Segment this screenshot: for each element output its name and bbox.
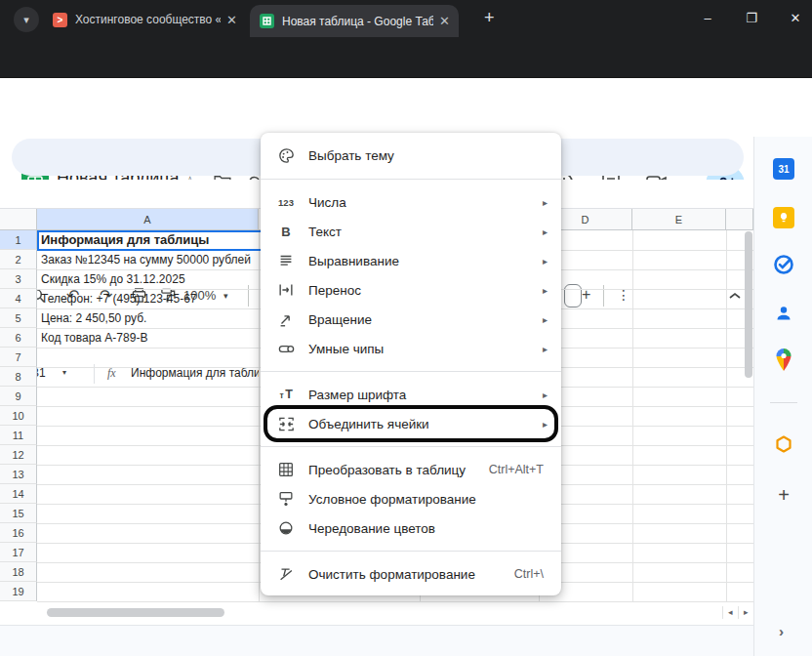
side-panel-calendar-icon[interactable]: 31 bbox=[765, 150, 802, 187]
menu-divider bbox=[261, 551, 561, 552]
side-panel-addon-icon[interactable] bbox=[765, 426, 802, 463]
row-header-2[interactable]: 2 bbox=[0, 250, 37, 269]
menu-item-label: Выбрать тему bbox=[308, 148, 548, 163]
grid-corner[interactable] bbox=[0, 209, 37, 230]
selection-border bbox=[37, 230, 261, 251]
row-header-19[interactable]: 19 bbox=[0, 582, 37, 601]
menu-item-label: Перенос bbox=[308, 283, 543, 298]
menu-item-merge-cells[interactable]: Объединить ячейки▸ bbox=[261, 409, 561, 438]
menu-item-smart-chip[interactable]: Умные чипы▸ bbox=[261, 334, 561, 363]
column-header-partial[interactable] bbox=[726, 209, 753, 230]
cell-A4[interactable]: Телефон: +7 (495) 123-45-67 bbox=[41, 289, 257, 308]
row-header-9[interactable]: 9 bbox=[0, 387, 37, 406]
menu-item-conditional-formatting[interactable]: Условное форматирование bbox=[261, 484, 561, 513]
timeweb-favicon: > bbox=[53, 13, 67, 27]
side-panel-keep-icon[interactable] bbox=[765, 199, 802, 236]
menu-item-label: Объединить ячейки bbox=[308, 417, 543, 431]
menu-divider bbox=[261, 446, 561, 447]
menu-item-label: Умные чипы bbox=[308, 342, 543, 356]
side-panel: 31+ bbox=[753, 137, 812, 656]
row-header-12[interactable]: 12 bbox=[0, 445, 37, 465]
side-panel-contacts-icon[interactable] bbox=[765, 295, 802, 332]
expand-panel-icon[interactable]: › bbox=[779, 623, 784, 639]
cell-A3[interactable]: Скидка 15% до 31.12.2025 bbox=[41, 269, 257, 289]
format-menu: Выбрать тему123Числа▸BТекст▸Выравнивание… bbox=[261, 133, 561, 595]
row-header-5[interactable]: 5 bbox=[0, 308, 37, 328]
row-header-14[interactable]: 14 bbox=[0, 484, 37, 504]
gridline bbox=[259, 230, 260, 602]
smart-chip-icon bbox=[276, 339, 296, 358]
collapse-toolbar-icon[interactable] bbox=[728, 288, 742, 306]
menu-item-alternating-colors[interactable]: Чередование цветов bbox=[261, 513, 561, 543]
row-header-7[interactable]: 7 bbox=[0, 348, 37, 367]
menu-item-font-size[interactable]: тTРазмер шрифта▸ bbox=[261, 380, 561, 409]
menu-item-palette[interactable]: Выбрать тему bbox=[261, 140, 561, 171]
menu-item-text-wrap[interactable]: Перенос▸ bbox=[261, 275, 561, 305]
row-header-13[interactable]: 13 bbox=[0, 465, 37, 484]
sheet-bar: + ≡ Лист1 ▾ bbox=[0, 625, 753, 656]
minimize-button[interactable]: – bbox=[693, 4, 722, 31]
text-rotation-icon bbox=[276, 309, 296, 329]
row-header-16[interactable]: 16 bbox=[0, 523, 37, 543]
maximize-button[interactable]: ❐ bbox=[737, 4, 766, 31]
row-header-18[interactable]: 18 bbox=[0, 562, 37, 582]
close-tab-icon[interactable]: ✕ bbox=[226, 13, 237, 27]
row-header-17[interactable]: 17 bbox=[0, 543, 37, 562]
row-header-11[interactable]: 11 bbox=[0, 426, 37, 445]
row-header-15[interactable]: 15 bbox=[0, 504, 37, 523]
side-panel-tasks-icon[interactable] bbox=[765, 246, 802, 283]
add-toolbar-icon[interactable]: + bbox=[582, 285, 590, 305]
submenu-arrow-icon: ▸ bbox=[543, 226, 548, 237]
merge-cells-icon bbox=[276, 414, 296, 433]
side-panel-add-icon[interactable]: + bbox=[765, 476, 802, 513]
svg-text:т: т bbox=[279, 390, 283, 400]
menu-divider bbox=[261, 179, 561, 180]
number-format-icon: 123 bbox=[276, 192, 296, 212]
row-header-10[interactable]: 10 bbox=[0, 406, 37, 426]
browser-tab-inactive[interactable]: > Хостинговое сообщество «Tim ✕ bbox=[43, 6, 246, 33]
horizontal-scrollbar[interactable]: ◂ ▸ bbox=[37, 605, 753, 620]
svg-text:123: 123 bbox=[278, 197, 294, 208]
menu-item-clear-formatting[interactable]: Очистить форматированиеCtrl+\ bbox=[261, 559, 561, 589]
palette-icon bbox=[276, 145, 296, 165]
menu-item-bold[interactable]: BТекст▸ bbox=[261, 217, 561, 246]
new-tab-button[interactable]: + bbox=[484, 9, 495, 26]
add-icon: + bbox=[778, 484, 790, 507]
row-header-1[interactable]: 1 bbox=[0, 230, 37, 250]
menu-item-text-rotation[interactable]: Вращение▸ bbox=[261, 305, 561, 334]
cell-A6[interactable]: Код товара A-789-B bbox=[41, 328, 257, 348]
close-window-button[interactable]: ✕ bbox=[781, 4, 810, 31]
close-tab-icon[interactable]: ✕ bbox=[439, 14, 450, 28]
row-header-8[interactable]: 8 bbox=[0, 367, 37, 387]
menu-item-number-format[interactable]: 123Числа▸ bbox=[261, 187, 561, 217]
clear-formatting-icon bbox=[276, 564, 296, 584]
chevron-down-icon[interactable]: ▾ bbox=[62, 368, 66, 377]
cell-A2[interactable]: Заказ №12345 на сумму 50000 рублей bbox=[41, 250, 257, 269]
column-header-A[interactable]: A bbox=[37, 209, 259, 230]
vertical-scrollbar[interactable] bbox=[745, 231, 752, 378]
row-header-3[interactable]: 3 bbox=[0, 269, 37, 289]
menu-item-label: Преобразовать в таблицу bbox=[308, 463, 489, 477]
scrollbar-thumb[interactable] bbox=[47, 608, 224, 617]
cell-A5[interactable]: Цена: 2 450,50 руб. bbox=[41, 308, 257, 328]
tab-search-icon[interactable]: ▾ bbox=[14, 7, 39, 32]
submenu-arrow-icon: ▸ bbox=[543, 344, 548, 354]
menu-item-label: Чередование цветов bbox=[308, 521, 548, 536]
row-header-6[interactable]: 6 bbox=[0, 328, 37, 348]
scroll-right-icon[interactable]: ▸ bbox=[744, 607, 749, 617]
scroll-left-icon[interactable]: ◂ bbox=[728, 607, 733, 617]
menu-item-align[interactable]: Выравнивание▸ bbox=[261, 246, 561, 275]
row-header-4[interactable]: 4 bbox=[0, 289, 37, 308]
fx-icon: fx bbox=[107, 366, 116, 381]
gridline bbox=[632, 230, 633, 602]
column-header-E[interactable]: E bbox=[632, 209, 726, 230]
formula-input[interactable]: Информация для таблицы bbox=[131, 366, 259, 380]
toolbar-partial-control[interactable] bbox=[564, 284, 582, 308]
browser-tab-active[interactable]: Новая таблица - Google Табли ✕ bbox=[250, 5, 459, 37]
menu-item-label: Числа bbox=[308, 195, 543, 210]
side-panel-maps-icon[interactable] bbox=[765, 342, 802, 379]
menu-item-convert-to-table[interactable]: Преобразовать в таблицуCtrl+Alt+T bbox=[261, 455, 561, 484]
align-icon bbox=[276, 251, 296, 270]
browser-tab-strip: ▾ > Хостинговое сообщество «Tim ✕ Новая … bbox=[0, 0, 812, 37]
menu-item-label: Текст bbox=[308, 225, 543, 239]
